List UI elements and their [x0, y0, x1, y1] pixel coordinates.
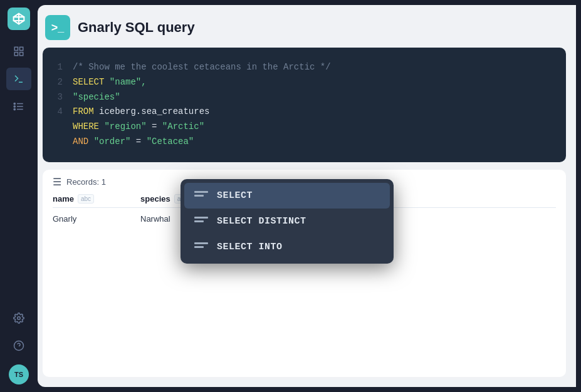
app-logo[interactable] [8, 8, 30, 30]
records-icon: ☰ [53, 176, 61, 188]
line-number-4: 4 [53, 105, 63, 120]
select-into-icon [194, 242, 208, 252]
code-line-5: WHERE "region" = "Arctic" [53, 120, 553, 135]
autocomplete-dropdown: SELECT SELECT DISTINCT SELECT INTO [181, 179, 394, 264]
dropdown-item-select-distinct[interactable]: SELECT DISTINCT [184, 209, 390, 234]
line-number-2: 2 [53, 75, 63, 90]
code-species: "species" [73, 90, 120, 105]
sidebar: TS [0, 0, 38, 392]
select-distinct-icon [194, 217, 208, 227]
main-content: >_ Gnarly SQL query 1 /* Show me the coo… [38, 5, 576, 387]
svg-rect-5 [14, 53, 18, 56]
page-header: >_ Gnarly SQL query [43, 15, 566, 40]
svg-rect-4 [20, 47, 23, 50]
code-editor[interactable]: 1 /* Show me the coolest cetaceans in th… [43, 48, 566, 162]
code-and: AND "order" = "Cetacea" [73, 135, 194, 150]
col-type-name: abc [78, 194, 94, 204]
line-number-1: 1 [53, 60, 63, 75]
svg-point-13 [14, 108, 15, 110]
page-title: Gnarly SQL query [78, 19, 195, 36]
code-line-6: AND "order" = "Cetacea" [53, 135, 553, 150]
code-block: 1 /* Show me the coolest cetaceans in th… [53, 60, 553, 150]
sidebar-item-settings[interactable] [6, 307, 31, 329]
dropdown-item-select-distinct-label: SELECT DISTINCT [217, 216, 306, 227]
code-line-4: 4 FROM iceberg.sea_creatures [53, 105, 553, 120]
select-icon [194, 191, 208, 201]
dropdown-item-select[interactable]: SELECT [184, 183, 390, 209]
cell-name: Gnarly [53, 214, 140, 224]
code-line-3: 3 "species" [53, 90, 553, 105]
dropdown-item-select-into[interactable]: SELECT INTO [184, 234, 390, 260]
code-line-2: 2 SELECT "name", [53, 75, 553, 90]
dropdown-item-select-label: SELECT [217, 190, 253, 201]
svg-rect-6 [20, 53, 23, 56]
line-number-6 [53, 135, 63, 150]
code-select: SELECT "name", [73, 75, 147, 90]
query-icon: >_ [45, 15, 70, 40]
svg-rect-3 [14, 47, 18, 50]
svg-point-12 [14, 106, 15, 107]
line-number-5 [53, 120, 63, 135]
code-comment: /* Show me the coolest cetaceans in the … [73, 60, 331, 75]
user-avatar[interactable]: TS [9, 364, 29, 384]
svg-point-14 [18, 317, 21, 320]
col-header-name: name abc [53, 194, 140, 204]
code-line-1: 1 /* Show me the coolest cetaceans in th… [53, 60, 553, 75]
sidebar-item-grid[interactable] [6, 40, 31, 63]
sidebar-item-terminal[interactable] [6, 68, 31, 90]
line-number-3: 3 [53, 90, 63, 105]
code-where: WHERE "region" = "Arctic" [73, 120, 204, 135]
sidebar-item-help[interactable] [6, 334, 31, 357]
sidebar-item-list[interactable] [6, 95, 31, 118]
records-count: Records: 1 [66, 177, 106, 187]
svg-point-11 [14, 103, 15, 104]
dropdown-item-select-into-label: SELECT INTO [217, 242, 283, 252]
code-from: FROM iceberg.sea_creatures [73, 105, 209, 120]
editor-wrapper: 1 /* Show me the coolest cetaceans in th… [43, 48, 566, 162]
